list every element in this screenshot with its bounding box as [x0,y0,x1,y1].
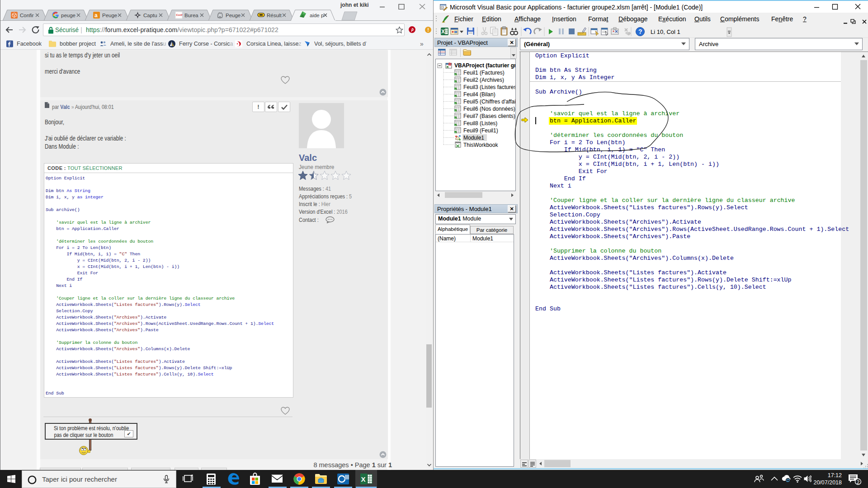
svg-text:VBAProject (facturier gr: VBAProject (facturier gr [454,62,515,69]
svg-text:x: x [455,95,456,98]
svg-text:X: X [441,28,445,35]
svg-text:Feuil4 (Bilan): Feuil4 (Bilan) [463,91,495,98]
svg-text:Feuil6 (Nos données): Feuil6 (Nos données) [463,106,515,112]
svg-text:Module1: Module1 [463,135,484,141]
svg-text:peuge: peuge [61,13,75,18]
svg-text:2: 2 [857,479,859,485]
svg-text:x: x [455,124,456,127]
svg-text:Confir: Confir [20,13,34,18]
svg-text:aide p: aide p [310,13,324,18]
svg-text:x: x [455,102,456,105]
svg-text:ThisWorkbook: ThisWorkbook [463,142,498,148]
svg-text:Résult: Résult [267,13,282,18]
svg-text:a: a [94,12,98,19]
svg-text:Peuge: Peuge [102,13,117,18]
svg-text:X: X [361,475,366,483]
svg-text:?: ? [638,28,642,35]
svg-text:Feuil7 (Bases clients): Feuil7 (Bases clients) [463,113,515,119]
svg-text:Peuge: Peuge [226,13,241,18]
svg-text:Feuil2 (Archives): Feuil2 (Archives) [463,77,504,83]
svg-text:x: x [455,73,456,76]
svg-text:x: x [455,88,456,90]
svg-text:x: x [455,109,456,112]
svg-text:Feuil3 (Listes factures): Feuil3 (Listes factures) [463,84,515,90]
svg-text:Burea: Burea [184,13,198,18]
svg-text:x: x [455,117,456,119]
svg-text:x: x [455,131,456,134]
svg-text:Captu: Captu [143,13,157,18]
svg-text:Feuil8 (Listes): Feuil8 (Listes) [463,120,497,127]
svg-text:Feuil5 (Chiffres d'affaire: Feuil5 (Chiffres d'affaire [463,99,515,105]
svg-text:Feuil9 (Feuil1): Feuil9 (Feuil1) [463,127,498,134]
svg-text:Feuil1 (Factures): Feuil1 (Factures) [463,70,505,76]
svg-text:Conf: Conf [176,14,183,16]
svg-text:x: x [455,80,456,83]
